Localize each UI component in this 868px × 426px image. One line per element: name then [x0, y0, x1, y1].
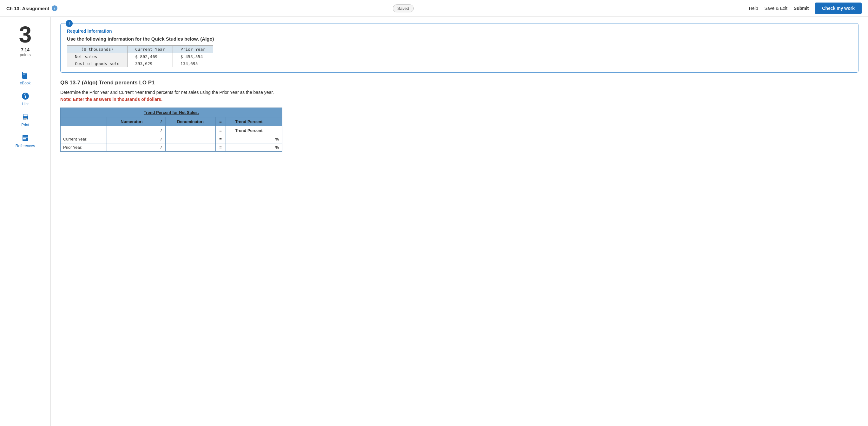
ebook-label: eBook: [20, 81, 30, 85]
sidebar: 3 7.14 points eBook Hint: [0, 17, 51, 426]
saved-badge: Saved: [393, 4, 414, 12]
topbar: Ch 13: Assignment i Saved Help Save & Ex…: [0, 0, 868, 17]
denominator-input-prior[interactable]: [167, 144, 214, 150]
question-number: 3: [19, 23, 31, 46]
row2-prior: 134,695: [173, 60, 213, 67]
references-label: References: [16, 144, 35, 148]
numerator-input-0[interactable]: [108, 127, 155, 133]
help-link[interactable]: Help: [749, 6, 758, 11]
info-col-prior: Prior Year: [173, 46, 213, 53]
slash-prior: /: [157, 143, 165, 152]
trend-row-current: Current Year: / = %: [61, 135, 282, 143]
save-exit-link[interactable]: Save & Exit: [764, 6, 787, 11]
svg-rect-16: [23, 138, 26, 139]
equals-0: =: [215, 126, 225, 135]
svg-rect-1: [23, 72, 27, 73]
col-denominator-header: Denominator:: [165, 117, 215, 126]
saved-badge-container: Saved: [393, 6, 414, 11]
trend-row-prior: Prior Year: / = %: [61, 143, 282, 152]
table-row: Cost of goods sold 393,629 134,695: [67, 60, 213, 67]
svg-rect-15: [23, 137, 28, 138]
percent-suffix-0: [272, 126, 282, 135]
svg-rect-17: [23, 140, 26, 140]
topbar-left: Ch 13: Assignment i: [6, 5, 57, 11]
check-work-button[interactable]: Check my work: [815, 3, 862, 14]
denominator-cell-0[interactable]: [165, 126, 215, 135]
required-title: Required information: [67, 29, 852, 34]
col-numerator-header: Numerator:: [107, 117, 157, 126]
svg-rect-3: [23, 74, 25, 75]
trend-percent-label: Trend Percent: [225, 126, 272, 135]
hint-icon: [21, 92, 30, 100]
equals-prior: =: [215, 143, 225, 152]
slash-current: /: [157, 135, 165, 143]
row1-label: Net sales: [67, 53, 127, 60]
col-slash-header: /: [157, 117, 165, 126]
info-col-label: ($ thousands): [67, 46, 127, 53]
question-note: Note: Enter the answers in thousands of …: [60, 97, 859, 102]
points-label: points: [20, 52, 31, 57]
sidebar-item-print[interactable]: Print: [0, 110, 51, 130]
references-icon: [21, 133, 30, 143]
denominator-input-0[interactable]: [167, 127, 214, 133]
print-icon: [21, 113, 30, 121]
required-info-table: ($ thousands) Current Year Prior Year Ne…: [67, 45, 213, 67]
sidebar-divider: [5, 65, 45, 65]
trend-table-title: Trend Percent for Net Sales:: [61, 108, 282, 117]
trend-row-header: / = Trend Percent: [61, 126, 282, 135]
question-title: QS 13-7 (Algo) Trend percents LO P1: [60, 80, 859, 86]
numerator-cell-prior[interactable]: [107, 143, 157, 152]
numerator-cell-0[interactable]: [107, 126, 157, 135]
trend-percent-input-current[interactable]: [227, 136, 271, 142]
required-subtitle: Use the following information for the Qu…: [67, 36, 852, 41]
topbar-right: Help Save & Exit Submit Check my work: [749, 3, 862, 14]
row1-current: $ 802,469: [127, 53, 173, 60]
table-row: Net sales $ 802,469 $ 453,554: [67, 53, 213, 60]
numerator-cell-current[interactable]: [107, 135, 157, 143]
col-trend-percent-header: Trend Percent: [225, 117, 272, 126]
main-layout: 3 7.14 points eBook Hint: [0, 17, 868, 426]
trend-percent-input-prior[interactable]: [227, 144, 271, 150]
row-label-prior: Prior Year:: [61, 143, 107, 152]
print-label: Print: [21, 123, 29, 127]
trend-percent-cell-prior[interactable]: [225, 143, 272, 152]
book-icon: [21, 71, 30, 80]
info-col-current: Current Year: [127, 46, 173, 53]
col-percent-symbol-header: [272, 117, 282, 126]
required-icon: !: [66, 20, 73, 27]
row-label-0: [61, 126, 107, 135]
numerator-input-prior[interactable]: [108, 144, 155, 150]
trend-percent-cell-current[interactable]: [225, 135, 272, 143]
row1-prior: $ 453,554: [173, 53, 213, 60]
sidebar-item-references[interactable]: References: [0, 130, 51, 151]
row2-current: 393,629: [127, 60, 173, 67]
svg-rect-11: [24, 118, 27, 119]
percent-suffix-current: %: [272, 135, 282, 143]
info-icon[interactable]: i: [52, 5, 57, 11]
percent-suffix-prior: %: [272, 143, 282, 152]
numerator-input-current[interactable]: [108, 136, 155, 142]
row-label-current: Current Year:: [61, 135, 107, 143]
content-area: ! Required information Use the following…: [51, 17, 868, 426]
trend-table: Trend Percent for Net Sales: Numerator: …: [60, 108, 282, 152]
sidebar-item-ebook[interactable]: eBook: [0, 67, 51, 89]
sidebar-item-hint[interactable]: Hint: [0, 89, 51, 110]
svg-rect-9: [24, 114, 27, 116]
denominator-input-current[interactable]: [167, 136, 214, 142]
col-blank-header: [61, 117, 107, 126]
slash-0: /: [157, 126, 165, 135]
question-description: Determine the Prior Year and Current Yea…: [60, 90, 859, 95]
denominator-cell-current[interactable]: [165, 135, 215, 143]
hint-label: Hint: [22, 102, 29, 106]
denominator-cell-prior[interactable]: [165, 143, 215, 152]
row2-label: Cost of goods sold: [67, 60, 127, 67]
equals-current: =: [215, 135, 225, 143]
points-value: 7.14: [21, 47, 30, 52]
svg-point-6: [25, 94, 26, 95]
assignment-title: Ch 13: Assignment: [6, 6, 49, 11]
submit-link[interactable]: Submit: [794, 6, 809, 11]
required-info-box: ! Required information Use the following…: [60, 23, 859, 73]
trend-table-container: Trend Percent for Net Sales: Numerator: …: [60, 108, 282, 152]
svg-rect-14: [23, 136, 28, 136]
svg-rect-2: [23, 73, 27, 74]
